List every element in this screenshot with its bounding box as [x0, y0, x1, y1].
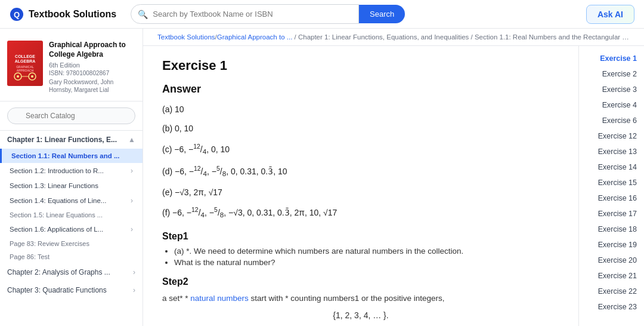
- main-content: Exercise 1 Answer (a) 10 (b) 0, 10 (c) −…: [143, 46, 578, 326]
- book-isbn: ISBN: 9780100802867: [49, 70, 135, 76]
- app-title: Textbook Solutions: [29, 9, 116, 20]
- section-1-2-label: Section 1.2: Introduction to R...: [10, 167, 104, 174]
- ask-ai-button[interactable]: Ask AI: [586, 5, 634, 24]
- answer-a-text: (a) 10: [162, 104, 184, 114]
- search-button[interactable]: Search: [359, 5, 405, 23]
- section-1-5-item[interactable]: Section 1.5: Linear Equations ...: [0, 208, 143, 222]
- search-catalog-wrapper: 🔍: [7, 107, 135, 124]
- answer-b: (b) 0, 10: [162, 122, 559, 135]
- step1-bullet-2: What is the natural number?: [174, 258, 559, 267]
- section-1-2-chevron: ›: [131, 167, 133, 175]
- book-cover-title-text: COLLEGEALGEBRA: [15, 54, 36, 64]
- chapter-3-chevron: ›: [133, 286, 135, 294]
- section-1-3-item[interactable]: Section 1.3: Linear Functions: [0, 179, 143, 193]
- svg-point-3: [17, 75, 19, 78]
- answer-c: (c) −6, −12/4, 0, 10: [162, 142, 559, 158]
- svg-point-5: [31, 75, 33, 78]
- isbn-label: ISBN:: [49, 70, 64, 76]
- header: Q Textbook Solutions 🔍 Search Ask AI: [0, 0, 644, 29]
- breadcrumb-textbook[interactable]: Textbook Solutions: [157, 33, 215, 41]
- step1-bullets: (a) *. We need to determine which number…: [162, 247, 559, 267]
- chapter-1-chevron: ▲: [128, 136, 135, 144]
- section-1-6-chevron: ›: [131, 225, 133, 233]
- exercise-title: Exercise 1: [162, 58, 559, 73]
- exercise-link-22[interactable]: Exercise 22: [579, 284, 644, 299]
- natural-numbers-link[interactable]: natural numbers: [190, 294, 249, 303]
- page-86-item[interactable]: Page 86: Test: [0, 250, 143, 263]
- search-input[interactable]: [131, 4, 359, 24]
- page-83-item[interactable]: Page 83: Review Exercises: [0, 237, 143, 250]
- book-edition: 6th Edition: [49, 61, 135, 69]
- section-1-2-item[interactable]: Section 1.2: Introduction to R... ›: [0, 163, 143, 179]
- page-86-label: Page 86: Test: [10, 253, 49, 260]
- section-1-3-label: Section 1.3: Linear Functions: [10, 182, 98, 189]
- chapter-3-item[interactable]: Chapter 3: Quadratic Functions ›: [0, 281, 143, 299]
- step1-heading: Step1: [162, 231, 559, 242]
- breadcrumb-separator: /: [295, 33, 296, 41]
- exercise-link-3[interactable]: Exercise 3: [579, 82, 644, 97]
- chapter-1-label: Chapter 1: Linear Functions, E...: [7, 136, 117, 144]
- isbn-value: 9780100802867: [66, 70, 109, 76]
- layout: COLLEGEALGEBRA GRAPHICALAPPROACH Graphic…: [0, 29, 644, 326]
- exercise-link-13[interactable]: Exercise 13: [579, 144, 644, 159]
- exercise-link-2[interactable]: Exercise 2: [579, 66, 644, 82]
- section-1-4-label: Section 1.4: Equations of Line...: [10, 197, 106, 204]
- chapter-3-label: Chapter 3: Quadratic Functions: [7, 286, 107, 294]
- exercise-link-14[interactable]: Exercise 14: [579, 159, 644, 175]
- search-catalog-area: 🔍: [0, 102, 143, 131]
- step2-text: a set* * natural numbers start with * co…: [162, 292, 559, 305]
- book-title: Graphical Approach to College Algebra: [49, 41, 135, 59]
- chapter-1-item[interactable]: Chapter 1: Linear Functions, E... ▲: [0, 131, 143, 149]
- svg-text:Q: Q: [14, 10, 20, 19]
- content-wrapper: Exercise 1 Answer (a) 10 (b) 0, 10 (c) −…: [143, 46, 644, 326]
- exercise-link-23[interactable]: Exercise 23: [579, 299, 644, 315]
- main-with-breadcrumb: Textbook Solutions/Graphical Approach to…: [143, 29, 644, 326]
- book-cover: COLLEGEALGEBRA GRAPHICALAPPROACH: [7, 41, 43, 86]
- chapter-2-chevron: ›: [133, 268, 135, 276]
- questionai-logo-icon: Q: [10, 7, 24, 21]
- exercise-link-20[interactable]: Exercise 20: [579, 253, 644, 268]
- book-meta: Graphical Approach to College Algebra 6t…: [49, 41, 135, 94]
- step2-heading: Step2: [162, 276, 559, 287]
- section-1-6-item[interactable]: Section 1.6: Applications of L... ›: [0, 222, 143, 237]
- section-1-6-label: Section 1.6: Applications of L...: [10, 226, 103, 233]
- exercise-link-15[interactable]: Exercise 15: [579, 175, 644, 190]
- chapter-2-item[interactable]: Chapter 2: Analysis of Graphs ... ›: [0, 263, 143, 281]
- set-notation: {1, 2, 3, 4, … }.: [162, 310, 559, 320]
- step1-bullet-1: (a) *. We need to determine which number…: [174, 247, 559, 256]
- exercise-link-1[interactable]: Exercise 1: [579, 51, 644, 66]
- breadcrumb-section: Section 1.1: Real Numbers and the Rectan…: [475, 33, 644, 41]
- breadcrumb: Textbook Solutions/Graphical Approach to…: [143, 29, 644, 46]
- exercise-link-18[interactable]: Exercise 18: [579, 222, 644, 237]
- answer-b-text: (b) 0, 10: [162, 124, 193, 133]
- exercise-link-12[interactable]: Exercise 12: [579, 128, 644, 144]
- exercise-link-19[interactable]: Exercise 19: [579, 237, 644, 253]
- exercise-link-4[interactable]: Exercise 4: [579, 97, 644, 113]
- section-1-1-label: Section 1.1: Real Numbers and ...: [11, 152, 120, 159]
- answer-a: (a) 10: [162, 103, 559, 116]
- sidebar: COLLEGEALGEBRA GRAPHICALAPPROACH Graphic…: [0, 29, 143, 326]
- chapter-2-label: Chapter 2: Analysis of Graphs ...: [7, 268, 110, 276]
- book-info: COLLEGEALGEBRA GRAPHICALAPPROACH Graphic…: [0, 36, 143, 102]
- exercise-link-21[interactable]: Exercise 21: [579, 268, 644, 284]
- step2-suffix: start with * counting numbers1 or the po…: [249, 294, 445, 303]
- section-1-4-chevron: ›: [131, 196, 133, 205]
- exercise-link-16[interactable]: Exercise 16: [579, 190, 644, 206]
- section-1-1-item[interactable]: Section 1.1: Real Numbers and ...: [0, 149, 143, 163]
- breadcrumb-book[interactable]: Graphical Approach to ...: [217, 33, 293, 41]
- page-83-label: Page 83: Review Exercises: [10, 240, 89, 247]
- section-1-4-item[interactable]: Section 1.4: Equations of Line... ›: [0, 193, 143, 208]
- search-catalog-input[interactable]: [7, 107, 135, 124]
- book-authors: Gary Rockwsword, John Hornsby, Margaret …: [49, 78, 135, 94]
- exercise-link-17[interactable]: Exercise 17: [579, 206, 644, 222]
- section-1-5-label: Section 1.5: Linear Equations ...: [10, 211, 103, 219]
- answer-heading: Answer: [162, 83, 559, 96]
- book-cover-graphic: [11, 70, 39, 82]
- answer-e: (e) −√3, 2π, √17: [162, 186, 559, 199]
- answer-d: (d) −6, −12/4, −5/8, 0, 0.31, 0.3̄, 10: [162, 164, 559, 180]
- search-area: 🔍 Search: [131, 4, 405, 24]
- answer-f: (f) −6, −12/4, −5/8, −√3, 0, 0.31, 0.3̄,…: [162, 205, 559, 221]
- search-icon: 🔍: [138, 10, 148, 19]
- logo-area: Q Textbook Solutions: [10, 7, 116, 21]
- exercise-link-6[interactable]: Exercise 6: [579, 113, 644, 128]
